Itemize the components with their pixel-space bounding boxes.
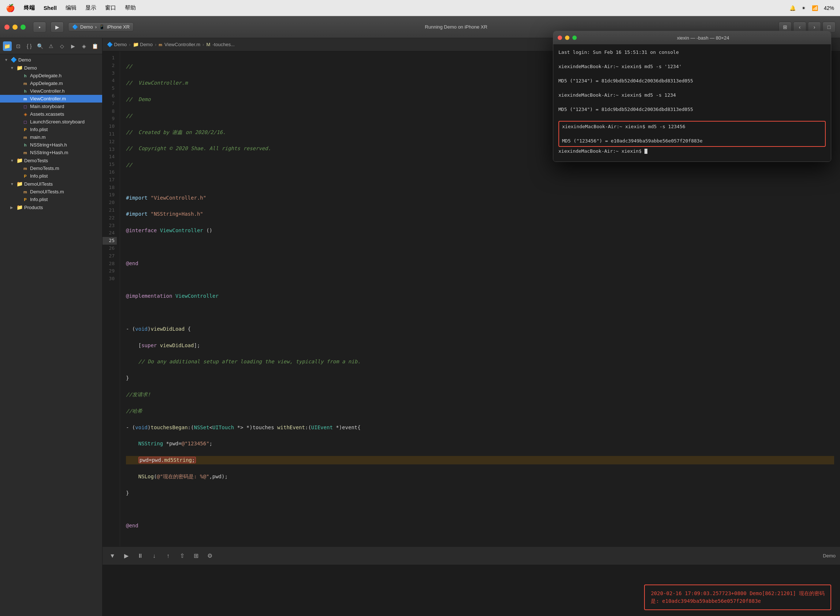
tree-item-demouitests-plist[interactable]: P Info.plist — [0, 195, 102, 203]
disclosure-arrow: ▼ — [4, 58, 9, 62]
breadcrumb-file-label[interactable]: ViewController.m — [164, 42, 200, 47]
terminal-maximize-btn[interactable] — [572, 35, 577, 40]
scheme-selector[interactable]: 🔷 Demo › 📱 iPhone XR — [68, 22, 133, 31]
term-highlight-output: MD5 ("123456") = e10adc3949ba59abbe56e05… — [562, 137, 822, 145]
build-status: Running Demo on iPhone XR — [138, 24, 774, 30]
report-icon[interactable]: 📋 — [91, 41, 99, 51]
simulate-btn[interactable]: ⊞ — [191, 551, 201, 561]
bluetooth-icon: ✴ — [802, 5, 806, 11]
tree-item-viewcontroller-m[interactable]: m ViewController.m — [0, 95, 102, 103]
debug-config-btn[interactable]: ⚙ — [204, 551, 215, 561]
file-icon: m — [22, 97, 29, 101]
sep1: › — [129, 42, 130, 47]
menubar-help[interactable]: 帮助 — [125, 4, 136, 11]
tree-item-appdelegate-m[interactable]: m AppDelegate.m — [0, 79, 102, 87]
term-line-1: Last login: Sun Feb 16 15:51:31 on conso… — [559, 49, 826, 56]
tree-item-main-storyboard[interactable]: ◻ Main.storyboard — [0, 103, 102, 110]
file-tree: ▼ 🔷 Demo ▼ 📁 Demo h AppDelegate.h — [0, 54, 102, 616]
test-navigator-icon[interactable]: ◇ — [57, 41, 66, 51]
tree-label: Info.plist — [30, 127, 48, 132]
tree-item-demotests-plist[interactable]: P Info.plist — [0, 172, 102, 180]
backtrace-btn[interactable]: ⇧ — [176, 551, 188, 561]
file-icon: m — [22, 81, 29, 86]
tree-item-viewcontroller-h[interactable]: h ViewController.h — [0, 87, 102, 95]
source-control-icon[interactable]: ⊡ — [14, 41, 23, 51]
breadcrumb-viewcontroller-m[interactable]: m — [158, 43, 162, 47]
tree-item-nsstring-h[interactable]: h NSString+Hash.h — [0, 141, 102, 149]
file-navigator-icon[interactable]: 📁 — [3, 41, 12, 51]
project-navigator: 📁 ⊡ { } 🔍 ⚠ ◇ ▶ ◈ 📋 ▼ 🔷 Demo — [0, 38, 103, 616]
continue-btn[interactable]: ▶ — [121, 551, 132, 561]
menubar-view[interactable]: 显示 — [85, 4, 96, 11]
file-icon: h — [22, 73, 29, 78]
file-icon: ◈ — [22, 112, 29, 117]
tree-label: NSString+Hash.m — [30, 150, 68, 155]
tree-item-appdelegate-h[interactable]: h AppDelegate.h — [0, 72, 102, 79]
breadcrumb-method[interactable]: M — [206, 42, 210, 47]
menubar: 🍎 终端 Shell 编辑 显示 窗口 帮助 🔔 ✴ 📶 42% — [0, 0, 840, 16]
breadcrumb-method-label[interactable]: -touches... — [213, 42, 235, 47]
device-icon: 📱 — [99, 24, 105, 30]
symbol-navigator-icon[interactable]: { } — [25, 41, 34, 51]
term-line-4: xiexindeMacBook-Air:~ xiexin$ md5 -s 123… — [559, 92, 826, 99]
notification-icon[interactable]: 🔔 — [789, 5, 796, 11]
step-over-btn[interactable]: ⏸ — [135, 551, 146, 561]
terminal-window: xiexin — -bash — 80×24 Last login: Sun F… — [553, 31, 831, 162]
file-icon: h — [22, 143, 29, 147]
file-icon: m — [22, 135, 29, 139]
tree-label: Info.plist — [30, 197, 48, 202]
tree-folder-demo[interactable]: ▼ 📁 Demo — [0, 64, 102, 72]
term-prompt-final: xiexindeMacBook-Air:~ xiexin$ — [559, 148, 826, 155]
tree-item-main-m[interactable]: m main.m — [0, 133, 102, 141]
close-button[interactable] — [4, 25, 10, 30]
window-traffic-lights — [4, 25, 26, 30]
tree-label: AppDelegate.m — [30, 81, 63, 86]
tree-label: DemoTests — [24, 158, 48, 163]
file-icon: m — [22, 151, 29, 155]
tree-item-assets[interactable]: ◈ Assets.xcassets — [0, 110, 102, 118]
tree-label: NSString+Hash.h — [30, 142, 67, 148]
menubar-window[interactable]: 窗口 — [105, 4, 116, 11]
terminal-content[interactable]: Last login: Sun Feb 16 15:51:31 on conso… — [553, 44, 831, 161]
terminal-title: xiexin — -bash — 80×24 — [580, 35, 827, 41]
step-out-btn[interactable]: ↑ — [163, 551, 174, 561]
tree-item-launchscreen[interactable]: ◻ LaunchScreen.storyboard — [0, 118, 102, 126]
file-icon: m — [22, 190, 29, 194]
issue-navigator-icon[interactable]: ⚠ — [47, 41, 56, 51]
tree-label: DemoUITests — [24, 181, 53, 187]
tree-item-info-plist[interactable]: P Info.plist — [0, 126, 102, 133]
search-navigator-icon[interactable]: 🔍 — [36, 41, 45, 51]
tree-label: DemoUITests.m — [30, 189, 64, 195]
disclosure-arrow: ▼ — [10, 158, 15, 163]
tree-item-nsstring-m[interactable]: m NSString+Hash.m — [0, 149, 102, 156]
folder-icon: 📁 — [16, 204, 23, 210]
tree-label: Products — [24, 205, 43, 210]
maximize-button[interactable] — [21, 25, 26, 30]
terminal-close-btn[interactable] — [558, 35, 562, 40]
terminal-minimize-btn[interactable] — [565, 35, 569, 40]
step-into-btn[interactable]: ↓ — [149, 551, 160, 561]
tree-label: LaunchScreen.storyboard — [30, 119, 85, 125]
term-highlight-cmd: xiexindeMacBook-Air:~ xiexin$ md5 -s 123… — [562, 123, 822, 131]
tree-item-demouitests-m[interactable]: m DemoUITests.m — [0, 188, 102, 195]
tree-root-demo[interactable]: ▼ 🔷 Demo — [0, 56, 102, 64]
debug-navigator-icon[interactable]: ▶ — [69, 41, 77, 51]
tree-folder-demouitests[interactable]: ▼ 📁 DemoUITests — [0, 180, 102, 188]
apple-menu[interactable]: 🍎 — [6, 4, 15, 12]
breadcrumb-demo-folder[interactable]: 📁 Demo — [133, 42, 153, 47]
menubar-terminal[interactable]: 终端 — [24, 4, 35, 11]
tree-folder-products[interactable]: ▶ 📁 Products — [0, 203, 102, 211]
stop-button[interactable]: ▪ — [33, 22, 46, 32]
menubar-shell[interactable]: Shell — [44, 5, 57, 11]
breakpoint-icon[interactable]: ◈ — [79, 41, 88, 51]
minimize-button[interactable] — [12, 25, 18, 30]
menubar-right-items: 🔔 ✴ 📶 42% — [789, 5, 834, 11]
breadcrumb-demo-root[interactable]: 🔷 Demo — [107, 42, 127, 47]
tree-folder-demotests[interactable]: ▼ 📁 DemoTests — [0, 156, 102, 164]
menubar-edit[interactable]: 编辑 — [66, 4, 76, 11]
tree-label: AppDelegate.h — [30, 73, 62, 78]
folder-icon: 📁 — [16, 157, 23, 163]
run-button[interactable]: ▶ — [51, 22, 64, 32]
tree-item-demotests-m[interactable]: m DemoTests.m — [0, 164, 102, 172]
debug-toggle-btn[interactable]: ▼ — [107, 551, 118, 561]
